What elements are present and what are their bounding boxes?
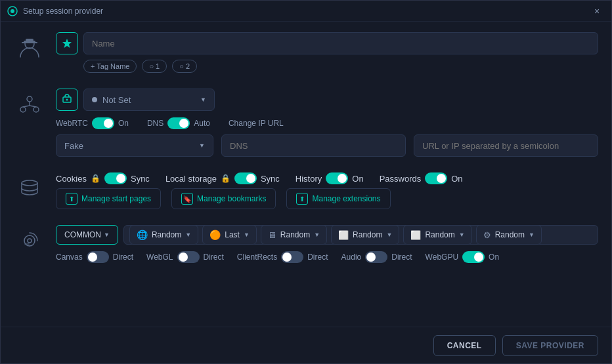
- local-storage-toggle[interactable]: [234, 172, 257, 184]
- history-toggle[interactable]: [326, 172, 348, 184]
- canvas-value: Direct: [113, 253, 133, 262]
- dns-input[interactable]: [221, 134, 406, 157]
- window-icon: ⬜: [338, 230, 349, 240]
- svg-rect-4: [26, 39, 33, 41]
- manage-start-pages-btn[interactable]: ⬆ Manage start pages: [56, 188, 161, 209]
- ip-input[interactable]: [414, 134, 598, 157]
- os-icon: 🟠: [209, 230, 221, 240]
- fp-options-bar: 🌐 Random ▼ 🟠 Last ▼ 🖥: [123, 225, 598, 245]
- local-storage-label: Local storage: [165, 174, 217, 184]
- fake-select[interactable]: Fake ▼: [56, 134, 213, 157]
- screen-icon: 🖥: [268, 230, 276, 240]
- webrtc-dns-row: WebRTC On DNS Auto Change IP URL: [56, 117, 598, 129]
- cpu-icon: ⬜: [410, 230, 421, 240]
- webrtc-toggle[interactable]: [92, 117, 114, 129]
- canvas-item: Canvas Direct: [56, 251, 133, 263]
- dns-item: DNS Auto: [147, 117, 210, 129]
- cancel-button[interactable]: CANCEL: [433, 335, 496, 356]
- window-chevron: ▼: [386, 232, 392, 238]
- canvas-toggle[interactable]: [87, 251, 109, 263]
- cpu-dropdown[interactable]: ⬜ Random ▼: [403, 225, 471, 245]
- name-section: + Tag Name ○ 1 ○ 2: [14, 32, 598, 73]
- clientrects-label: ClientRects: [237, 253, 277, 262]
- extensions-icon: ⬆: [296, 193, 308, 205]
- footer: CANCEL SAVE PROVIDER: [1, 327, 611, 363]
- tags-row: + Tag Name ○ 1 ○ 2: [83, 60, 598, 73]
- storage-content: Cookies 🔒 Sync Local storage 🔒 Sync Hist…: [56, 172, 598, 209]
- common-button[interactable]: COMMON ▼: [56, 225, 118, 245]
- fake-value: Fake: [64, 141, 83, 151]
- other-chevron: ▼: [529, 232, 535, 238]
- tag-2[interactable]: ○ 2: [172, 60, 197, 73]
- audio-value: Direct: [391, 253, 412, 262]
- name-icon-box: [56, 32, 78, 54]
- svg-point-11: [22, 180, 37, 186]
- proxy-select[interactable]: Not Set ▼: [83, 89, 215, 111]
- audio-toggle[interactable]: [365, 251, 387, 263]
- change-ip-label: Change IP URL: [229, 119, 284, 128]
- webrtc-item: WebRTC On: [56, 117, 129, 129]
- proxy-chevron: ▼: [200, 96, 206, 103]
- fingerprint-content: COMMON ▼ 🌐 Random ▼ 🟠 Last: [56, 225, 598, 263]
- dns-fields-row: Fake ▼: [56, 134, 598, 157]
- window-dropdown[interactable]: ⬜ Random ▼: [331, 225, 399, 245]
- fp-row: COMMON ▼ 🌐 Random ▼ 🟠 Last: [56, 225, 598, 245]
- close-button[interactable]: ×: [589, 3, 605, 19]
- history-value: On: [352, 174, 363, 184]
- add-tag-button[interactable]: + Tag Name: [83, 60, 137, 73]
- local-storage-lock-icon: 🔒: [221, 174, 230, 183]
- name-input[interactable]: [83, 32, 598, 54]
- titlebar: Setup session provider ×: [1, 1, 611, 22]
- proxy-content: Not Set ▼ WebRTC On DNS Auto: [56, 89, 598, 157]
- clientrects-toggle[interactable]: [281, 251, 303, 263]
- manage-bookmarks-btn[interactable]: 🔖 Manage bookmarks: [171, 188, 276, 209]
- change-ip-item: Change IP URL: [229, 119, 284, 128]
- app-icon: [7, 6, 18, 16]
- cookies-toggle[interactable]: [104, 172, 127, 184]
- proxy-icon-box: [56, 89, 78, 111]
- svg-rect-5: [22, 42, 37, 43]
- cpu-chevron: ▼: [459, 232, 465, 238]
- audio-item: Audio Direct: [341, 251, 412, 263]
- passwords-toggle[interactable]: [425, 172, 447, 184]
- action-btns-row: ⬆ Manage start pages 🔖 Manage bookmarks …: [56, 188, 598, 209]
- audio-label: Audio: [341, 253, 362, 262]
- svg-rect-13: [24, 243, 30, 245]
- svg-point-6: [27, 96, 32, 102]
- bookmarks-icon: 🔖: [181, 193, 193, 205]
- proxy-icon: [14, 89, 45, 120]
- browser-chevron: ▼: [185, 232, 191, 238]
- name-row: [56, 32, 598, 54]
- common-label: COMMON: [64, 230, 101, 239]
- window-title: Setup session provider: [23, 7, 589, 16]
- passwords-label: Passwords: [380, 174, 422, 184]
- webgpu-value: On: [489, 253, 499, 262]
- browser-dropdown[interactable]: 🌐 Random ▼: [129, 225, 198, 245]
- common-chevron: ▼: [104, 232, 110, 238]
- canvas-label: Canvas: [56, 253, 83, 262]
- svg-point-7: [20, 107, 26, 112]
- os-dropdown[interactable]: 🟠 Last ▼: [202, 225, 257, 245]
- start-pages-icon: ⬆: [66, 193, 77, 205]
- webgl-label: WebGL: [146, 253, 173, 262]
- history-label: History: [295, 174, 322, 184]
- svg-point-1: [11, 9, 14, 13]
- save-provider-button[interactable]: SAVE PROVIDER: [502, 335, 598, 356]
- webgl-toggle[interactable]: [177, 251, 200, 263]
- manage-extensions-btn[interactable]: ⬆ Manage extensions: [286, 188, 390, 209]
- passwords-value: On: [451, 174, 462, 184]
- dns-toggle[interactable]: [167, 117, 190, 129]
- svg-point-8: [33, 107, 39, 112]
- cookies-lock-icon: 🔒: [91, 174, 100, 183]
- svg-point-10: [66, 99, 68, 101]
- browser-label: Random: [152, 230, 181, 239]
- fingerprint-section: COMMON ▼ 🌐 Random ▼ 🟠 Last: [14, 225, 598, 263]
- webgl-item: WebGL Direct: [146, 251, 224, 263]
- os-label: Last: [225, 230, 240, 239]
- local-storage-item: Local storage 🔒 Sync: [165, 172, 280, 184]
- tag-1[interactable]: ○ 1: [142, 60, 167, 73]
- screen-dropdown[interactable]: 🖥 Random ▼: [261, 225, 327, 245]
- webgpu-toggle[interactable]: [462, 251, 485, 263]
- dns-label: DNS: [147, 119, 164, 128]
- other-dropdown[interactable]: ⚙ Random ▼: [476, 225, 542, 245]
